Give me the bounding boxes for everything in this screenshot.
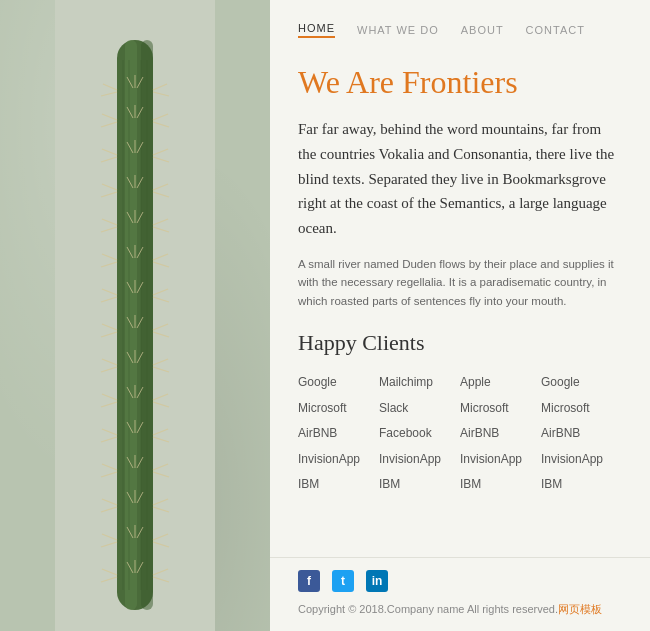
nav-what-we-do[interactable]: WHAT WE DO — [357, 24, 439, 36]
client-name: Slack — [379, 398, 460, 420]
client-name: Microsoft — [541, 398, 622, 420]
left-panel — [0, 0, 270, 631]
hero-small-text: A small river named Duden flows by their… — [298, 255, 622, 310]
client-name: IBM — [460, 474, 541, 496]
nav-home[interactable]: HOME — [298, 22, 335, 38]
client-name: AirBNB — [460, 423, 541, 445]
client-name: Apple — [460, 372, 541, 394]
client-name: Microsoft — [298, 398, 379, 420]
right-panel: HOME WHAT WE DO ABOUT CONTACT We Are Fro… — [270, 0, 650, 631]
cactus-background — [0, 0, 270, 631]
client-name: Microsoft — [460, 398, 541, 420]
clients-grid: Google Microsoft AirBNB InvisionApp IBM … — [298, 372, 622, 496]
client-name: Mailchimp — [379, 372, 460, 394]
main-content: We Are Frontiers Far far away, behind th… — [270, 54, 650, 557]
client-name: InvisionApp — [298, 449, 379, 471]
client-column-4: Google Microsoft AirBNB InvisionApp IBM — [541, 372, 622, 496]
client-name: AirBNB — [541, 423, 622, 445]
copyright-link[interactable]: 网页模板 — [558, 603, 602, 615]
social-icons: f t in — [298, 570, 622, 592]
facebook-icon[interactable]: f — [298, 570, 320, 592]
hero-title: We Are Frontiers — [298, 64, 622, 101]
client-name: InvisionApp — [460, 449, 541, 471]
client-name: IBM — [541, 474, 622, 496]
footer: f t in Copyright © 2018.Company name All… — [270, 557, 650, 631]
client-column-1: Google Microsoft AirBNB InvisionApp IBM — [298, 372, 379, 496]
client-column-3: Apple Microsoft AirBNB InvisionApp IBM — [460, 372, 541, 496]
client-name: AirBNB — [298, 423, 379, 445]
client-name: Facebook — [379, 423, 460, 445]
client-name: Google — [541, 372, 622, 394]
client-name: Google — [298, 372, 379, 394]
cactus-illustration — [55, 0, 215, 631]
client-name: IBM — [298, 474, 379, 496]
client-name: IBM — [379, 474, 460, 496]
copyright-text: Copyright © 2018.Company name All rights… — [298, 602, 622, 617]
hero-large-text: Far far away, behind the word mountains,… — [298, 117, 622, 241]
linkedin-icon[interactable]: in — [366, 570, 388, 592]
client-name: InvisionApp — [379, 449, 460, 471]
clients-section-title: Happy Clients — [298, 330, 622, 356]
nav-about[interactable]: ABOUT — [461, 24, 504, 36]
twitter-icon[interactable]: t — [332, 570, 354, 592]
client-name: InvisionApp — [541, 449, 622, 471]
nav-contact[interactable]: CONTACT — [526, 24, 585, 36]
navigation: HOME WHAT WE DO ABOUT CONTACT — [270, 0, 650, 54]
client-column-2: Mailchimp Slack Facebook InvisionApp IBM — [379, 372, 460, 496]
